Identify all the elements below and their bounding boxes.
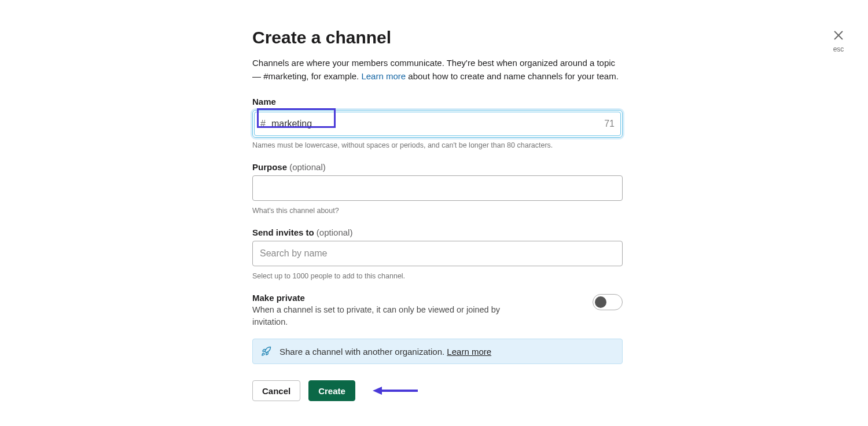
toggle-knob — [595, 296, 606, 308]
name-input-inner: # 71 — [254, 112, 621, 136]
modal-title: Create a channel — [252, 28, 623, 47]
close-button[interactable]: esc — [832, 29, 845, 53]
rocket-icon — [261, 346, 271, 357]
name-label: Name — [252, 97, 623, 106]
share-banner-content: Share a channel with another organizatio… — [279, 347, 491, 357]
privacy-toggle[interactable] — [593, 294, 623, 310]
channel-name-input[interactable] — [270, 118, 604, 130]
close-label: esc — [832, 45, 845, 53]
privacy-text: Make private When a channel is set to pr… — [252, 293, 518, 328]
purpose-optional: (optional) — [289, 162, 326, 172]
learn-more-link[interactable]: Learn more — [361, 71, 406, 81]
purpose-label-text: Purpose — [252, 162, 289, 172]
create-button[interactable]: Create — [308, 380, 355, 401]
name-hint: Names must be lowercase, without spaces … — [252, 141, 623, 149]
purpose-input[interactable] — [252, 175, 623, 201]
purpose-label: Purpose (optional) — [252, 162, 623, 172]
privacy-section: Make private When a channel is set to pr… — [252, 293, 623, 328]
invites-label: Send invites to (optional) — [252, 227, 623, 237]
privacy-description: When a channel is set to private, it can… — [252, 304, 518, 328]
purpose-hint: What's this channel about? — [252, 207, 623, 215]
close-icon — [832, 29, 845, 44]
invites-input[interactable] — [252, 241, 623, 266]
action-buttons: Cancel Create — [252, 380, 623, 401]
share-banner: Share a channel with another organizatio… — [252, 339, 623, 364]
invites-hint: Select up to 1000 people to add to this … — [252, 272, 623, 280]
privacy-title: Make private — [252, 293, 518, 303]
hash-icon: # — [260, 119, 266, 129]
create-channel-modal: Create a channel Channels are where your… — [252, 28, 623, 401]
invites-optional: (optional) — [317, 227, 353, 237]
cancel-button[interactable]: Cancel — [252, 380, 300, 401]
char-count: 71 — [604, 119, 615, 129]
name-input-container: # 71 — [252, 110, 623, 138]
invites-label-text: Send invites to — [252, 227, 317, 237]
share-banner-text: Share a channel with another organizatio… — [279, 347, 447, 357]
svg-marker-1 — [373, 387, 382, 395]
share-learn-more-link[interactable]: Learn more — [447, 347, 491, 357]
modal-description: Channels are where your members communic… — [252, 57, 623, 83]
annotation-arrow — [373, 385, 418, 396]
description-text-2: about how to create and name channels fo… — [406, 71, 619, 81]
